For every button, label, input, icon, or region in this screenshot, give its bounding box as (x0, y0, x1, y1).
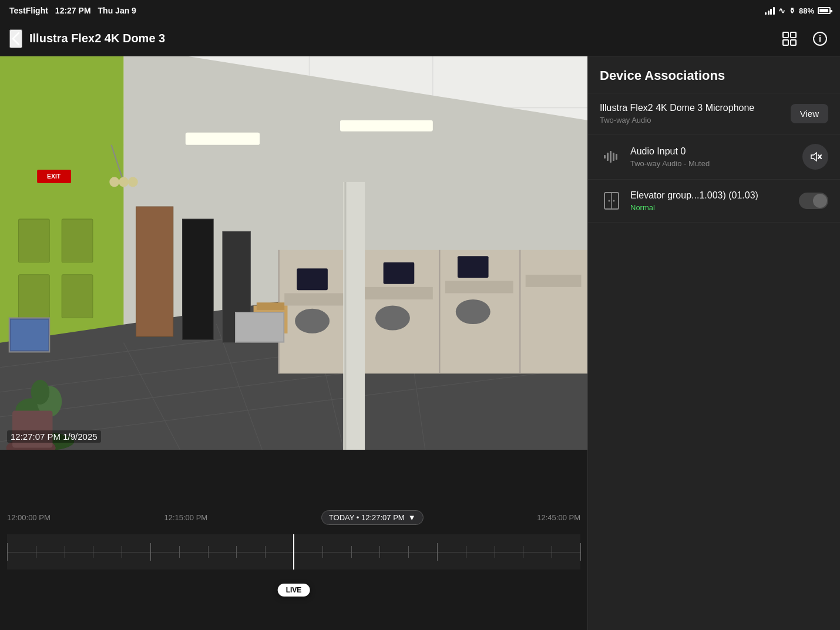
testflight-label: TestFlight (9, 6, 48, 15)
camera-section: EXIT 12:27:07 PM 1/9/2025 (0, 56, 587, 630)
timeline-label-center: 12:15:00 PM (164, 513, 207, 522)
battery-label: 88% (799, 6, 814, 15)
svg-point-47 (375, 305, 410, 330)
device-item-audio-input: Audio Input 0 Two-way Audio - Muted (588, 134, 840, 180)
time-label: 12:27 PM (55, 6, 91, 15)
timeline-label-left: 12:00:00 PM (7, 513, 51, 522)
camera-feed: EXIT 12:27:07 PM 1/9/2025 (0, 56, 587, 450)
headphone-icon: ⚱ (789, 6, 795, 15)
svg-text:i: i (819, 34, 821, 43)
panel-title: Device Associations (600, 68, 725, 83)
timeline-labels: 12:00:00 PM 12:15:00 PM TODAY • 12:27:07… (7, 510, 580, 525)
svg-rect-41 (445, 281, 513, 293)
page-title: Illustra Flex2 4K Dome 3 (29, 32, 779, 45)
svg-rect-33 (340, 120, 433, 132)
timeline-track[interactable]: LIVE (7, 534, 580, 570)
svg-rect-39 (284, 293, 352, 305)
status-bar: TestFlight 12:27 PM Thu Jan 9 ∿ ⚱ 88% (0, 0, 840, 21)
elevator-toggle[interactable] (799, 193, 828, 209)
svg-point-46 (295, 309, 330, 333)
svg-rect-72 (613, 153, 614, 161)
timeline-current-label: TODAY • 12:27:07 PM (329, 513, 405, 522)
camera-timestamp: 12:27:07 PM 1/9/2025 (7, 430, 101, 443)
grid-layout-button[interactable] (779, 28, 800, 49)
device-name-elevator: Elevator group...1.003) (01.03) (630, 190, 792, 201)
main-content: EXIT 12:27:07 PM 1/9/2025 (0, 56, 840, 630)
date-label: Thu Jan 9 (98, 6, 136, 15)
device-subtitle-audio-input: Two-way Audio - Muted (630, 159, 795, 168)
audio-wave-icon (600, 145, 623, 169)
timeline-label-right: 12:45:00 PM (537, 513, 580, 522)
svg-rect-55 (343, 182, 365, 450)
svg-rect-56 (344, 182, 346, 450)
info-button[interactable]: i (809, 28, 831, 49)
elevator-icon (600, 189, 623, 213)
device-subtitle-microphone: Two-way Audio (600, 116, 784, 124)
office-scene-svg: EXIT (0, 56, 587, 450)
svg-rect-71 (610, 151, 611, 163)
svg-rect-3 (791, 40, 796, 45)
svg-point-62 (128, 177, 138, 187)
svg-rect-29 (136, 207, 173, 336)
svg-rect-0 (783, 32, 788, 38)
svg-rect-1 (791, 32, 796, 38)
svg-rect-70 (607, 153, 609, 161)
mute-audio-button[interactable] (802, 144, 828, 170)
svg-rect-28 (62, 275, 93, 318)
timeline-area: 12:00:00 PM 12:15:00 PM TODAY • 12:27:07… (0, 450, 587, 630)
svg-rect-2 (783, 40, 788, 45)
svg-point-78 (609, 200, 610, 202)
svg-rect-27 (62, 219, 93, 262)
svg-rect-43 (297, 268, 328, 290)
svg-rect-52 (257, 302, 284, 310)
panel-header: Device Associations (588, 56, 840, 93)
svg-rect-38 (519, 250, 520, 374)
svg-point-79 (613, 200, 615, 202)
device-subtitle-elevator: Normal (630, 203, 792, 212)
svg-rect-45 (458, 256, 489, 278)
svg-point-60 (109, 177, 119, 187)
signal-strength-icon (765, 6, 775, 15)
svg-rect-30 (183, 219, 214, 339)
svg-rect-44 (384, 262, 415, 284)
timeline-needle (293, 534, 294, 570)
timeline-current-badge[interactable]: TODAY • 12:27:07 PM ▼ (321, 510, 424, 525)
svg-rect-50 (11, 320, 48, 351)
svg-rect-32 (186, 133, 260, 145)
device-name-microphone: Illustra Flex2 4K Dome 3 Microphone (600, 103, 784, 113)
device-name-audio-input: Audio Input 0 (630, 146, 795, 157)
device-item-elevator: Elevator group...1.003) (01.03) Normal (588, 180, 840, 223)
battery-icon (818, 7, 831, 14)
svg-point-61 (119, 177, 129, 187)
dropdown-chevron-icon: ▼ (408, 513, 416, 522)
svg-rect-73 (616, 154, 617, 160)
svg-rect-54 (236, 313, 283, 341)
svg-rect-26 (19, 275, 50, 318)
device-item-microphone: Illustra Flex2 4K Dome 3 Microphone Two-… (588, 93, 840, 134)
right-panel: Device Associations Illustra Flex2 4K Do… (587, 56, 840, 630)
svg-point-48 (456, 299, 490, 324)
svg-rect-69 (604, 155, 606, 159)
view-microphone-button[interactable]: View (791, 104, 828, 123)
back-button[interactable] (9, 29, 22, 48)
svg-point-66 (31, 380, 50, 405)
svg-rect-37 (439, 250, 440, 374)
nav-bar: Illustra Flex2 4K Dome 3 i (0, 21, 840, 56)
wifi-icon: ∿ (778, 6, 785, 15)
svg-rect-42 (526, 275, 582, 287)
svg-rect-25 (19, 219, 50, 262)
svg-text:EXIT: EXIT (47, 173, 61, 180)
svg-rect-40 (365, 287, 433, 299)
live-button[interactable]: LIVE (278, 584, 310, 597)
